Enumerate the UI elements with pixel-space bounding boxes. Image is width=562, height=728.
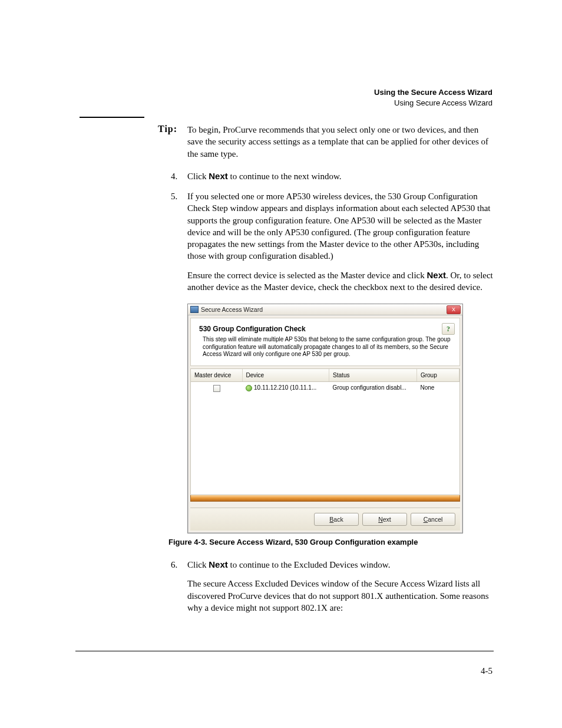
back-rest: ack xyxy=(333,516,343,523)
row-device: 10.11.12.210 (10.11.1... xyxy=(254,384,316,391)
step-4-post: to continue to the next window. xyxy=(228,172,342,181)
close-icon[interactable]: X xyxy=(447,305,461,314)
page-number: 4-5 xyxy=(481,666,492,676)
step-5-p2-bold: Next xyxy=(427,270,446,280)
table-row[interactable]: 10.11.12.210 (10.11.1... Group configura… xyxy=(191,382,459,394)
wizard-titlebar: Secure Access Wizard X xyxy=(188,304,462,315)
header-title: Using the Secure Access Wizard xyxy=(374,88,492,97)
cancel-rest: ancel xyxy=(428,516,442,523)
step-5-p1: If you selected one or more AP530 wirele… xyxy=(187,190,494,262)
help-icon: ? xyxy=(447,324,450,334)
tip-body: To begin, ProCurve recommends that you s… xyxy=(187,124,494,160)
col-device[interactable]: Device xyxy=(242,369,329,382)
wizard-button-row: Back Next Cancel xyxy=(190,508,460,531)
figure-caption: Figure 4-3. Secure Access Wizard, 530 Gr… xyxy=(168,537,494,548)
row-status: Group configuration disabl... xyxy=(329,382,417,394)
table-empty-space xyxy=(191,394,459,495)
main-content: To begin, ProCurve recommends that you s… xyxy=(158,124,494,622)
wizard-description: This step will eliminate multiple AP 530… xyxy=(203,336,451,358)
next-mnemonic: N xyxy=(378,516,383,523)
back-button[interactable]: Back xyxy=(314,513,359,526)
help-button[interactable]: ? xyxy=(442,323,455,335)
next-rest: ext xyxy=(383,516,391,523)
wizard-progress-bar xyxy=(190,495,460,502)
step-6-p2: The secure Access Excluded Devices windo… xyxy=(187,578,494,614)
step-5-num: 5. xyxy=(171,190,187,293)
step-6-num: 6. xyxy=(171,559,187,614)
step-6-p1-bold: Next xyxy=(209,559,228,569)
step-4-bold: Next xyxy=(209,171,228,181)
step-4-pre: Click xyxy=(187,172,209,181)
row-group: None xyxy=(416,382,459,394)
col-status[interactable]: Status xyxy=(329,369,417,382)
step-4-num: 4. xyxy=(171,170,187,182)
col-master[interactable]: Master device xyxy=(191,369,242,382)
wizard-window: Secure Access Wizard X 530 Group Configu… xyxy=(187,304,463,533)
wizard-table: Master device Device Status Group 10.11.… xyxy=(190,368,460,495)
step-6-p1-post: to continue to the Excluded Devices wind… xyxy=(228,560,391,569)
page-header: Using the Secure Access Wizard Using Sec… xyxy=(374,87,492,108)
table-header-row: Master device Device Status Group xyxy=(191,369,459,382)
step-4: 4. Click Next to continue to the next wi… xyxy=(171,170,494,182)
cancel-button[interactable]: Cancel xyxy=(411,513,455,526)
step-6: 6. Click Next to continue to the Exclude… xyxy=(171,559,494,614)
master-checkbox[interactable] xyxy=(213,385,220,392)
app-icon xyxy=(190,306,199,313)
top-rule xyxy=(80,117,144,118)
step-5-p2-pre: Ensure the correct device is selected as… xyxy=(187,271,427,280)
next-button[interactable]: Next xyxy=(362,513,407,526)
status-ok-icon xyxy=(246,385,252,391)
col-group[interactable]: Group xyxy=(416,369,459,382)
wizard-heading: 530 Group Configuration Check xyxy=(199,324,451,334)
step-5: 5. If you selected one or more AP530 wir… xyxy=(171,190,494,293)
header-subtitle: Using Secure Access Wizard xyxy=(394,98,492,107)
wizard-title: Secure Access Wizard xyxy=(201,305,263,314)
step-6-p1-pre: Click xyxy=(187,560,209,569)
footer-rule xyxy=(75,651,494,651)
wizard-header-panel: 530 Group Configuration Check This step … xyxy=(190,318,460,366)
